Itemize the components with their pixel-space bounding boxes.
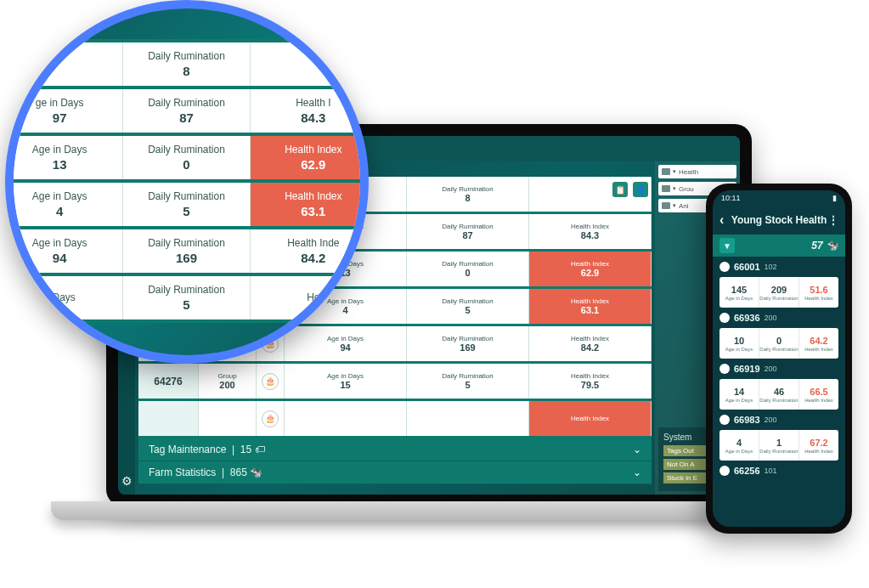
health-index-col: 51.6Health Index [799,277,838,308]
list-item-header[interactable]: 66983200 [719,415,838,425]
phone-status-bar: 10:11 ▮ [713,190,845,206]
filter-count: 57 🐄 [811,240,838,252]
rumination-col: 209Daily Rumination [759,277,799,308]
chip-label: Grou [679,185,694,193]
rumination-cell: Daily Rumination169 [123,229,250,273]
mag-row: Age in Days94Daily Rumination169Health I… [5,226,369,276]
mag-row: Age in Days4Daily Rumination5Health Inde… [5,179,369,229]
rumination-cell: Daily Rumination5 [123,276,250,319]
age-cell: Age in Days13 [5,136,123,179]
list-item-header[interactable]: 66936200 [719,313,838,323]
rumination-col: 46Daily Rumination [759,379,799,410]
table-row[interactable]: 64276Group200🎂Age in Days15Daily Ruminat… [138,364,652,401]
health-index-cell: Health Index62.9 [251,136,369,179]
animal-id: 66001 [734,262,760,272]
action-icon-row: 📋 👤 [612,182,648,197]
age-col: 10Age in Days [719,328,759,359]
clipboard-icon[interactable]: 📋 [612,182,628,197]
phone-filter-bar: ▼ 57 🐄 [713,235,845,257]
age-col: 14Age in Days [719,379,759,410]
rumination-cell: Daily Rumination0 [407,252,529,286]
birthday-cell: 🎂 [256,364,285,399]
mag-row: Age in Days13Daily Rumination0Health Ind… [5,133,369,183]
rumination-col: 0Daily Rumination [759,328,799,359]
metric-card: 10Age in Days0Daily Rumination64.2Health… [719,328,838,359]
animal-id: 66936 [734,313,760,323]
birthday-cell: 🎂 [256,401,285,436]
magnifier-rows: Daily Rumination8ge in Days97Daily Rumin… [5,39,369,319]
animal-id [138,401,198,436]
animal-id: 66983 [734,415,760,425]
health-index-cell: Health Index84.2 [529,326,652,361]
phone-list[interactable]: 66001102145Age in Days209Daily Ruminatio… [713,257,845,527]
health-index-cell: Health Index62.9 [529,252,652,286]
phone-header: ‹ Young Stock Health ⋮ [713,206,845,235]
group-label: 102 [765,263,777,271]
age-cell: Age in Days94 [285,326,407,361]
rumination-cell: Daily Rumination87 [407,214,529,249]
tag-icon [719,313,730,323]
tag-icon [719,466,730,476]
table-row[interactable]: 🎂Health Index [138,401,652,438]
list-item-header[interactable]: 66919200 [719,364,838,374]
age-cell: Age in Days4 [5,183,123,226]
phone-screen: 10:11 ▮ ‹ Young Stock Health ⋮ ▼ 57 🐄 66… [713,190,845,527]
rumination-cell: Daily Rumination8 [407,177,529,212]
bottom-bands: Tag Maintenance | 15 🏷⌄Farm Statistics |… [138,438,652,484]
health-index-cell: Health Index79.5 [529,364,652,399]
health-index-cell: Health Index63.1 [529,289,652,324]
age-cell [285,401,407,436]
age-col: 4Age in Days [719,430,759,461]
health-index-col: 67.2Health Index [799,430,838,461]
list-item-header[interactable]: 66256101 [719,466,838,476]
health-index-col: 66.5Health Index [799,379,838,410]
health-index-cell: Health Index63.1 [251,183,369,226]
health-index-cell: Health Index84.3 [529,214,652,249]
phone-title: Young Stock Health [713,214,845,226]
camera-icon [662,202,670,209]
cake-icon: 🎂 [262,373,279,390]
chevron-down-icon: ⌄ [633,466,641,478]
health-index-cell: Health Index [529,401,652,436]
rumination-cell: Daily Rumination169 [407,326,529,361]
metric-card: 14Age in Days46Daily Rumination66.5Healt… [719,379,838,410]
group-label: 101 [765,466,777,475]
rumination-cell: Daily Rumination8 [123,42,250,86]
menu-icon[interactable]: ⋮ [828,214,838,226]
expand-band[interactable]: Farm Statistics | 865 🐄⌄ [138,461,652,484]
age-cell: n Days [5,276,123,319]
band-label: Farm Statistics | 865 🐄 [149,466,262,478]
gear-icon[interactable]: ⚙ [121,474,133,488]
group-cell [198,401,256,436]
rumination-cell: Daily Rumination0 [123,136,250,179]
camera-icon [662,168,670,175]
metric-card: 4Age in Days1Daily Rumination67.2Health … [719,430,838,461]
rumination-col: 1Daily Rumination [759,430,799,461]
health-index-cell: Health I84.3 [251,89,369,133]
mag-row: ge in Days97Daily Rumination87Health I84… [5,86,369,136]
health-index-col: 64.2Health Index [799,328,838,359]
magnifier-lens: Daily Rumination8ge in Days97Daily Rumin… [5,0,369,364]
animal-id: 66919 [734,364,760,374]
laptop-base [51,501,807,520]
phone-frame: 10:11 ▮ ‹ Young Stock Health ⋮ ▼ 57 🐄 66… [706,184,852,534]
group-label: 200 [765,314,777,322]
group-label: 200 [765,365,777,373]
list-item-header[interactable]: 66001102 [719,262,838,272]
age-cell: ge in Days97 [5,89,123,133]
chip-label: Health [679,168,698,176]
chevron-down-icon: ⌄ [633,444,641,455]
filter-icon[interactable]: ▼ [719,238,735,253]
tag-icon [719,415,730,425]
filter-chip[interactable]: ▾Health [658,165,736,178]
age-cell [5,42,123,86]
expand-band[interactable]: Tag Maintenance | 15 🏷⌄ [138,438,652,461]
battery-icon: ▮ [832,194,837,202]
metric-card: 145Age in Days209Daily Rumination51.6Hea… [719,277,838,308]
health-index-cell [251,42,369,86]
age-cell: Age in Days15 [285,364,407,399]
person-icon[interactable]: 👤 [633,182,648,197]
band-label: Tag Maintenance | 15 🏷 [149,444,265,455]
rumination-cell: Daily Rumination87 [123,89,250,133]
rumination-cell [407,401,529,436]
